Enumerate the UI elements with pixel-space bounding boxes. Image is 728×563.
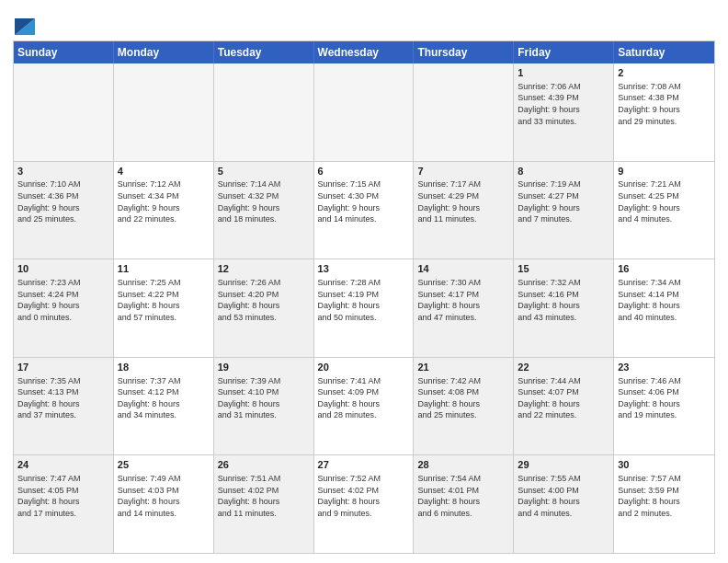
day-info: Sunrise: 7:55 AM Sunset: 4:00 PM Dayligh… <box>518 473 609 519</box>
day-number: 7 <box>417 165 509 178</box>
day-number: 15 <box>518 262 609 276</box>
day-number: 22 <box>518 361 609 374</box>
day-number: 10 <box>17 262 109 276</box>
day-number: 18 <box>118 361 210 374</box>
calendar-day-cell: 27Sunrise: 7:52 AM Sunset: 4:02 PM Dayli… <box>314 455 415 553</box>
day-number: 17 <box>17 361 109 374</box>
calendar-day-cell: 26Sunrise: 7:51 AM Sunset: 4:02 PM Dayli… <box>214 455 314 553</box>
page: SundayMondayTuesdayWednesdayThursdayFrid… <box>0 0 728 563</box>
weekday-header: Sunday <box>14 41 114 63</box>
day-number: 20 <box>318 361 410 374</box>
day-number: 13 <box>318 262 410 276</box>
calendar-day-cell: 14Sunrise: 7:30 AM Sunset: 4:17 PM Dayli… <box>414 259 514 357</box>
day-info: Sunrise: 7:14 AM Sunset: 4:32 PM Dayligh… <box>218 178 310 224</box>
day-number: 4 <box>118 165 210 178</box>
calendar-week-row: 17Sunrise: 7:35 AM Sunset: 4:13 PM Dayli… <box>14 357 714 455</box>
calendar-day-cell <box>314 63 415 161</box>
weekday-header: Wednesday <box>314 41 415 63</box>
calendar-body: 1Sunrise: 7:06 AM Sunset: 4:39 PM Daylig… <box>14 63 714 553</box>
logo-icon <box>15 9 35 35</box>
day-info: Sunrise: 7:41 AM Sunset: 4:09 PM Dayligh… <box>318 375 410 421</box>
calendar-day-cell: 15Sunrise: 7:32 AM Sunset: 4:16 PM Dayli… <box>514 259 614 357</box>
day-info: Sunrise: 7:08 AM Sunset: 4:38 PM Dayligh… <box>618 81 711 127</box>
calendar-week-row: 3Sunrise: 7:10 AM Sunset: 4:36 PM Daylig… <box>14 161 714 259</box>
calendar-day-cell: 6Sunrise: 7:15 AM Sunset: 4:30 PM Daylig… <box>314 162 415 259</box>
day-number: 26 <box>218 458 310 472</box>
calendar-day-cell: 21Sunrise: 7:42 AM Sunset: 4:08 PM Dayli… <box>414 358 514 455</box>
day-info: Sunrise: 7:17 AM Sunset: 4:29 PM Dayligh… <box>417 178 509 224</box>
calendar-day-cell: 23Sunrise: 7:46 AM Sunset: 4:06 PM Dayli… <box>614 358 714 455</box>
day-number: 9 <box>618 165 711 178</box>
day-number: 23 <box>618 361 711 374</box>
calendar-day-cell: 28Sunrise: 7:54 AM Sunset: 4:01 PM Dayli… <box>414 455 514 553</box>
calendar-day-cell: 8Sunrise: 7:19 AM Sunset: 4:27 PM Daylig… <box>514 162 614 259</box>
calendar-day-cell <box>114 63 214 161</box>
day-number: 11 <box>118 262 210 276</box>
day-info: Sunrise: 7:10 AM Sunset: 4:36 PM Dayligh… <box>17 178 109 224</box>
day-info: Sunrise: 7:46 AM Sunset: 4:06 PM Dayligh… <box>618 375 711 421</box>
weekday-header: Thursday <box>414 41 514 63</box>
calendar-day-cell: 12Sunrise: 7:26 AM Sunset: 4:20 PM Dayli… <box>214 259 314 357</box>
calendar-day-cell: 10Sunrise: 7:23 AM Sunset: 4:24 PM Dayli… <box>14 259 114 357</box>
day-info: Sunrise: 7:23 AM Sunset: 4:24 PM Dayligh… <box>17 277 109 323</box>
day-info: Sunrise: 7:52 AM Sunset: 4:02 PM Dayligh… <box>318 473 410 519</box>
day-info: Sunrise: 7:42 AM Sunset: 4:08 PM Dayligh… <box>417 375 509 421</box>
day-info: Sunrise: 7:32 AM Sunset: 4:16 PM Dayligh… <box>518 277 609 323</box>
day-info: Sunrise: 7:19 AM Sunset: 4:27 PM Dayligh… <box>518 178 609 224</box>
day-info: Sunrise: 7:26 AM Sunset: 4:20 PM Dayligh… <box>218 277 310 323</box>
calendar-day-cell <box>414 63 514 161</box>
day-info: Sunrise: 7:34 AM Sunset: 4:14 PM Dayligh… <box>618 277 711 323</box>
calendar-day-cell: 20Sunrise: 7:41 AM Sunset: 4:09 PM Dayli… <box>314 358 415 455</box>
day-number: 21 <box>417 361 509 374</box>
calendar: SundayMondayTuesdayWednesdayThursdayFrid… <box>13 40 715 554</box>
calendar-day-cell: 1Sunrise: 7:06 AM Sunset: 4:39 PM Daylig… <box>514 63 614 161</box>
day-number: 30 <box>618 458 711 472</box>
calendar-day-cell <box>14 63 114 161</box>
calendar-day-cell: 22Sunrise: 7:44 AM Sunset: 4:07 PM Dayli… <box>514 358 614 455</box>
day-number: 8 <box>518 165 609 178</box>
calendar-day-cell: 11Sunrise: 7:25 AM Sunset: 4:22 PM Dayli… <box>114 259 214 357</box>
weekday-header: Friday <box>514 41 614 63</box>
day-info: Sunrise: 7:54 AM Sunset: 4:01 PM Dayligh… <box>417 473 509 519</box>
day-info: Sunrise: 7:57 AM Sunset: 3:59 PM Dayligh… <box>618 473 711 519</box>
day-number: 19 <box>218 361 310 374</box>
day-number: 14 <box>417 262 509 276</box>
day-info: Sunrise: 7:15 AM Sunset: 4:30 PM Dayligh… <box>318 178 410 224</box>
calendar-day-cell: 25Sunrise: 7:49 AM Sunset: 4:03 PM Dayli… <box>114 455 214 553</box>
header <box>13 9 715 35</box>
calendar-day-cell: 5Sunrise: 7:14 AM Sunset: 4:32 PM Daylig… <box>214 162 314 259</box>
day-info: Sunrise: 7:37 AM Sunset: 4:12 PM Dayligh… <box>118 375 210 421</box>
calendar-header: SundayMondayTuesdayWednesdayThursdayFrid… <box>14 41 714 63</box>
day-number: 6 <box>318 165 410 178</box>
day-info: Sunrise: 7:25 AM Sunset: 4:22 PM Dayligh… <box>118 277 210 323</box>
day-number: 1 <box>518 66 609 80</box>
day-number: 25 <box>118 458 210 472</box>
day-number: 24 <box>17 458 109 472</box>
day-number: 5 <box>218 165 310 178</box>
calendar-day-cell: 29Sunrise: 7:55 AM Sunset: 4:00 PM Dayli… <box>514 455 614 553</box>
day-info: Sunrise: 7:44 AM Sunset: 4:07 PM Dayligh… <box>518 375 609 421</box>
day-info: Sunrise: 7:12 AM Sunset: 4:34 PM Dayligh… <box>118 178 210 224</box>
day-info: Sunrise: 7:06 AM Sunset: 4:39 PM Dayligh… <box>518 81 609 127</box>
day-number: 27 <box>318 458 410 472</box>
day-info: Sunrise: 7:51 AM Sunset: 4:02 PM Dayligh… <box>218 473 310 519</box>
day-info: Sunrise: 7:39 AM Sunset: 4:10 PM Dayligh… <box>218 375 310 421</box>
weekday-header: Tuesday <box>214 41 314 63</box>
calendar-week-row: 24Sunrise: 7:47 AM Sunset: 4:05 PM Dayli… <box>14 454 714 553</box>
calendar-day-cell: 2Sunrise: 7:08 AM Sunset: 4:38 PM Daylig… <box>614 63 714 161</box>
day-info: Sunrise: 7:35 AM Sunset: 4:13 PM Dayligh… <box>17 375 109 421</box>
day-number: 2 <box>618 66 711 80</box>
day-number: 3 <box>17 165 109 178</box>
day-number: 16 <box>618 262 711 276</box>
day-info: Sunrise: 7:49 AM Sunset: 4:03 PM Dayligh… <box>118 473 210 519</box>
calendar-day-cell: 18Sunrise: 7:37 AM Sunset: 4:12 PM Dayli… <box>114 358 214 455</box>
calendar-week-row: 10Sunrise: 7:23 AM Sunset: 4:24 PM Dayli… <box>14 259 714 357</box>
calendar-week-row: 1Sunrise: 7:06 AM Sunset: 4:39 PM Daylig… <box>14 63 714 161</box>
day-info: Sunrise: 7:30 AM Sunset: 4:17 PM Dayligh… <box>417 277 509 323</box>
day-number: 12 <box>218 262 310 276</box>
calendar-day-cell: 16Sunrise: 7:34 AM Sunset: 4:14 PM Dayli… <box>614 259 714 357</box>
day-number: 29 <box>518 458 609 472</box>
day-number: 28 <box>417 458 509 472</box>
weekday-header: Saturday <box>614 41 714 63</box>
day-info: Sunrise: 7:47 AM Sunset: 4:05 PM Dayligh… <box>17 473 109 519</box>
